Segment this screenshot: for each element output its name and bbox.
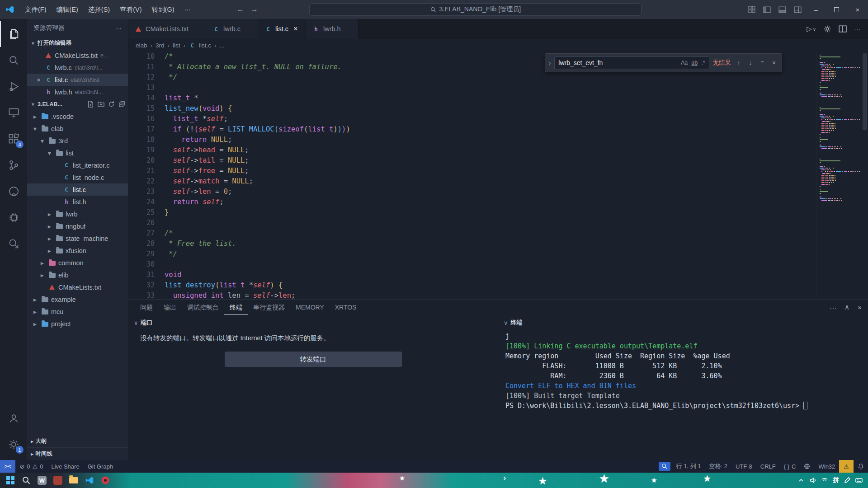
outline-section[interactable]: ▸ 大纲	[27, 435, 128, 447]
tree-item-project[interactable]: ▸project	[27, 318, 128, 330]
panel-tab-输出[interactable]: 输出	[158, 301, 182, 315]
problems-status[interactable]: ⊘ 0 ⚠ 0	[15, 460, 47, 473]
collapse-all-icon[interactable]	[118, 101, 125, 108]
tab-list.c[interactable]: Clist.c×	[258, 19, 306, 39]
tree-item-CMakeLists.txt[interactable]: CMakeLists.txt	[27, 281, 128, 293]
vscode-taskbar-icon[interactable]	[84, 474, 95, 486]
tree-item-xfusion[interactable]: ▸xfusion	[27, 244, 128, 257]
open-editor-item[interactable]: Clwrb.celab\3rd\l...	[27, 61, 128, 74]
live-share-status[interactable]: Live Share	[47, 460, 83, 473]
code-editor[interactable]: › lwrb_set_evt_fn Aa ab .* 无结果 ↑ ↓ ≡ × 1…	[128, 52, 868, 299]
tree-item-state_machine[interactable]: ▸state_machine	[27, 232, 128, 244]
menu-item-2[interactable]: 选择(S)	[83, 0, 115, 19]
remote-indicator[interactable]: ><	[0, 460, 15, 473]
cursor-position[interactable]: 行 1, 列 1	[672, 460, 705, 473]
tab-close-icon[interactable]: ×	[292, 25, 299, 33]
find-close-icon[interactable]: ×	[770, 59, 778, 66]
menu-item-3[interactable]: 查看(V)	[115, 0, 146, 19]
terminal-view[interactable]: ∨ 终端 j[100%] Linking C executable output…	[498, 316, 868, 460]
close-window-button[interactable]: ×	[847, 0, 868, 19]
explorer-icon[interactable]	[0, 21, 27, 47]
breadcrumb-item[interactable]: list	[173, 42, 180, 49]
tree-item-common[interactable]: ▸common	[27, 257, 128, 269]
find-in-selection-icon[interactable]: ≡	[758, 59, 766, 66]
tray-expand-icon[interactable]	[797, 477, 805, 484]
tree-item-ringbuf[interactable]: ▸ringbuf	[27, 220, 128, 232]
minimize-button[interactable]: –	[806, 0, 826, 19]
open-editors-header[interactable]: ▾ 打开的编辑器	[27, 37, 128, 49]
taskbar-search-icon[interactable]	[20, 474, 32, 486]
panel-tab-XRTOS[interactable]: XRTOS	[330, 301, 362, 315]
tree-item-list_node.c[interactable]: Clist_node.c	[27, 171, 128, 183]
ports-header[interactable]: ∨ 端口	[128, 316, 498, 329]
tree-item-mcu[interactable]: ▸mcu	[27, 305, 128, 318]
match-case-icon[interactable]: Aa	[681, 60, 688, 66]
indentation[interactable]: 空格: 2	[705, 460, 731, 473]
tree-item-list.c[interactable]: Clist.c	[27, 183, 128, 196]
back-icon[interactable]: ←	[236, 5, 244, 14]
panel-tab-串行监视器[interactable]: 串行监视器	[248, 301, 290, 315]
tree-item-example[interactable]: ▸example	[27, 293, 128, 305]
language-status-globe-icon[interactable]	[800, 460, 814, 473]
customize-layout-icon[interactable]	[790, 0, 806, 19]
tree-item-list[interactable]: ▾list	[27, 147, 128, 159]
editor-settings-icon[interactable]	[823, 25, 831, 33]
minimap[interactable]	[816, 52, 862, 299]
network-icon[interactable]	[821, 477, 828, 484]
toggle-sidebar-icon[interactable]	[760, 0, 775, 19]
search-sidebar-icon[interactable]	[0, 47, 27, 73]
panel-tab-终端[interactable]: 终端	[224, 301, 248, 315]
office-app-icon[interactable]	[52, 474, 64, 486]
music-app-icon[interactable]	[99, 474, 111, 486]
menu-overflow[interactable]: ···	[179, 0, 196, 19]
whole-word-icon[interactable]: ab	[691, 60, 698, 66]
handwriting-icon[interactable]	[844, 477, 851, 484]
find-next-icon[interactable]: ↓	[746, 59, 755, 66]
git-graph-status[interactable]: Git Graph	[84, 460, 117, 473]
menu-item-0[interactable]: 文件(F)	[20, 0, 52, 19]
source-control-icon[interactable]	[0, 152, 27, 178]
run-debug-icon[interactable]	[0, 73, 27, 99]
tab-lwrb.h[interactable]: hlwrb.h	[306, 19, 359, 39]
regex-icon[interactable]: .*	[701, 60, 705, 66]
tree-item-list_iterator.c[interactable]: Clist_iterator.c	[27, 159, 128, 171]
tab-CMakeLists.txt[interactable]: CMakeLists.txt	[128, 19, 206, 39]
extension-warning-icon[interactable]: ⚠	[839, 460, 854, 473]
tree-item-elib[interactable]: ▸elib	[27, 269, 128, 281]
touch-keyboard-icon[interactable]	[855, 477, 863, 484]
wps-app-icon[interactable]: W	[36, 474, 48, 486]
close-icon[interactable]: ×	[35, 76, 42, 84]
run-file-icon[interactable]: ▷∨	[807, 25, 816, 33]
panel-more-icon[interactable]: ···	[830, 304, 836, 312]
settings-gear-icon[interactable]: 1	[0, 431, 27, 457]
new-file-icon[interactable]	[87, 101, 94, 108]
language-mode[interactable]: { } C	[780, 460, 800, 473]
breadcrumb-item[interactable]: 3rd	[156, 42, 165, 49]
breadcrumb-item[interactable]: ...	[220, 42, 225, 49]
remote-explorer-icon[interactable]	[0, 99, 27, 126]
find-input[interactable]: lwrb_set_evt_fn Aa ab .*	[554, 56, 709, 69]
tree-item-elab[interactable]: ▾elab	[27, 122, 128, 135]
toggle-panel-icon[interactable]	[775, 0, 790, 19]
panel-tab-问题[interactable]: 问题	[135, 301, 158, 315]
menu-item-4[interactable]: 转到(G)	[147, 0, 179, 19]
forward-port-button[interactable]: 转发端口	[225, 352, 402, 367]
editor-scrollbar[interactable]	[862, 52, 868, 299]
tree-item-list.h[interactable]: hlist.h	[27, 196, 128, 208]
notifications-bell-icon[interactable]	[854, 460, 868, 473]
split-editor-icon[interactable]	[839, 25, 847, 33]
open-editor-item[interactable]: CMakeLists.txte...	[27, 49, 128, 61]
forward-icon[interactable]: →	[250, 5, 258, 14]
project-section-header[interactable]: ▾ 3.ELAB...	[27, 98, 128, 110]
accounts-icon[interactable]	[0, 405, 27, 431]
github-icon[interactable]	[0, 178, 27, 204]
find-expand-icon[interactable]: ›	[549, 60, 551, 66]
terminal-output[interactable]: j[100%] Linking C executable output\Temp…	[498, 329, 868, 413]
zoom-indicator[interactable]	[659, 462, 670, 471]
breadcrumb-item[interactable]: list.c	[199, 42, 211, 49]
command-center-search[interactable]: 3.ELAB_NANO_Elib [管理员]	[309, 3, 642, 16]
terminal-header[interactable]: ∨ 终端	[498, 316, 868, 329]
tab-lwrb.c[interactable]: Clwrb.c	[206, 19, 258, 39]
editor-more-icon[interactable]: ···	[854, 25, 861, 33]
encoding[interactable]: UTF-8	[731, 460, 756, 473]
